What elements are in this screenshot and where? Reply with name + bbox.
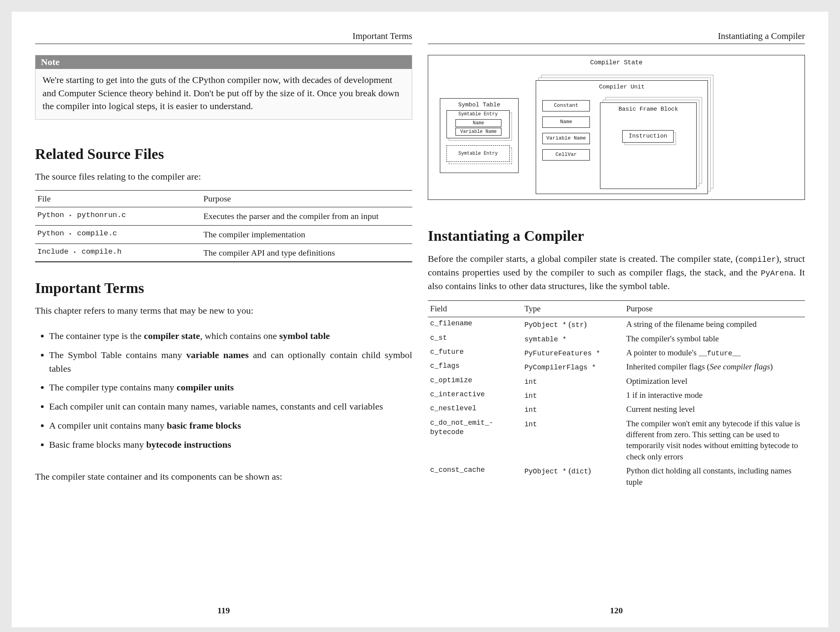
table-row: Include ▸ compile.hThe compiler API and … bbox=[35, 244, 412, 262]
symtable-entry-label2: Symtable Entry bbox=[447, 146, 509, 153]
field-cell: c_st bbox=[428, 332, 522, 346]
compiler-state-diagram: Compiler State Symbol Table Symtable Ent… bbox=[428, 55, 805, 200]
purpose-cell: The compiler API and type definitions bbox=[201, 244, 412, 262]
type-cell: int bbox=[522, 388, 624, 402]
purpose-cell: Current nesting level bbox=[624, 402, 805, 416]
symbol-table-label: Symbol Table bbox=[440, 102, 518, 108]
name-box2: Name bbox=[542, 117, 590, 128]
type-cell: int bbox=[522, 374, 624, 388]
name-box: Name bbox=[455, 119, 501, 127]
table-row: c_stsymtable *The compiler's symbol tabl… bbox=[428, 332, 805, 346]
table-row: c_nestlevelintCurrent nesting level bbox=[428, 402, 805, 416]
list-item: The compiler type contains many compiler… bbox=[49, 381, 412, 394]
symtable-entry-box: Symtable Entry Name Variable Name bbox=[446, 110, 510, 138]
cellvar-box: CellVar bbox=[542, 149, 590, 161]
page-left: Important Terms Note We're starting to g… bbox=[35, 31, 412, 616]
terms-lead: This chapter refers to many terms that m… bbox=[35, 304, 412, 318]
type-cell: int bbox=[522, 402, 624, 416]
field-cell: c_const_cache bbox=[428, 464, 522, 489]
diagram-title: Compiler State bbox=[428, 59, 805, 66]
basic-frame-block-box: Basic Frame Block Instruction bbox=[600, 102, 697, 189]
field-cell: c_future bbox=[428, 346, 522, 360]
symtable-entry-dashed: Symtable Entry bbox=[446, 145, 510, 162]
col-type: Type bbox=[522, 301, 624, 317]
table-row: Python ▸ compile.cThe compiler implement… bbox=[35, 226, 412, 244]
table-row: c_do_not_emit_-bytecodeintThe compiler w… bbox=[428, 417, 805, 464]
type-cell: PyObject * (str) bbox=[522, 317, 624, 332]
table-row: c_filenamePyObject * (str)A string of th… bbox=[428, 317, 805, 332]
field-cell: c_nestlevel bbox=[428, 402, 522, 416]
fields-table: Field Type Purpose c_filenamePyObject * … bbox=[428, 300, 805, 489]
running-header-right: Instantiating a Compiler bbox=[428, 31, 805, 44]
inst-c1: compiler bbox=[739, 255, 776, 264]
list-item: Each compiler unit can contain many name… bbox=[49, 400, 412, 413]
field-cell: c_interactive bbox=[428, 388, 522, 402]
instruction-box: Instruction bbox=[622, 130, 674, 143]
compiler-unit-label: Compiler Unit bbox=[536, 84, 708, 90]
page-number-left: 119 bbox=[35, 606, 412, 616]
file-cell: Python ▸ compile.c bbox=[35, 226, 201, 244]
running-header-left: Important Terms bbox=[35, 31, 412, 44]
compiler-unit-box: Compiler Unit Constant Name Variable Nam… bbox=[536, 80, 708, 194]
constant-box: Constant bbox=[542, 100, 590, 111]
terms-outro: The compiler state container and its com… bbox=[35, 470, 412, 484]
basic-frame-block-label: Basic Frame Block bbox=[600, 106, 696, 113]
heading-instantiating: Instantiating a Compiler bbox=[428, 227, 805, 244]
list-item: Basic frame blocks many bytecode instruc… bbox=[49, 438, 412, 452]
list-item: The Symbol Table contains many variable … bbox=[49, 348, 412, 376]
field-cell: c_optimize bbox=[428, 374, 522, 388]
purpose-cell: The compiler won't emit any bytecode if … bbox=[624, 417, 805, 464]
field-cell: c_filename bbox=[428, 317, 522, 332]
type-cell: int bbox=[522, 417, 624, 464]
note-body: We're starting to get into the guts of t… bbox=[35, 69, 412, 119]
purpose-cell: Python dict holding all constants, inclu… bbox=[624, 464, 805, 489]
type-cell: PyCompilerFlags * bbox=[522, 360, 624, 374]
list-item: A compiler unit contains many basic fram… bbox=[49, 419, 412, 433]
table-row: Python ▸ pythonrun.cExecutes the parser … bbox=[35, 207, 412, 226]
list-item: The container type is the compiler state… bbox=[49, 329, 412, 343]
type-cell: symtable * bbox=[522, 332, 624, 346]
purpose-cell: Optimization level bbox=[624, 374, 805, 388]
note-box: Note We're starting to get into the guts… bbox=[35, 55, 412, 120]
type-cell: PyObject * (dict) bbox=[522, 464, 624, 489]
table-row: c_optimizeintOptimization level bbox=[428, 374, 805, 388]
inst-para: Before the compiler starts, a global com… bbox=[428, 252, 805, 293]
table-row: c_interactiveint1 if in interactive mode bbox=[428, 388, 805, 402]
note-title: Note bbox=[35, 55, 412, 69]
purpose-cell: Executes the parser and the compiler fro… bbox=[201, 207, 412, 226]
table-row: c_futurePyFutureFeatures *A pointer to m… bbox=[428, 346, 805, 360]
header-text: Instantiating a Compiler bbox=[718, 31, 805, 41]
heading-important-terms: Important Terms bbox=[35, 279, 412, 297]
inst-p1: Before the compiler starts, a global com… bbox=[428, 254, 739, 264]
col-field: Field bbox=[428, 301, 522, 317]
inst-c2: PyArena bbox=[761, 269, 794, 278]
source-files-table: File Purpose Python ▸ pythonrun.cExecute… bbox=[35, 190, 412, 262]
purpose-cell: The compiler implementation bbox=[201, 226, 412, 244]
symtable-entry-label: Symtable Entry bbox=[447, 111, 509, 118]
file-cell: Include ▸ compile.h bbox=[35, 244, 201, 262]
table-row: c_flagsPyCompilerFlags *Inherited compil… bbox=[428, 360, 805, 374]
field-cell: c_do_not_emit_-bytecode bbox=[428, 417, 522, 464]
purpose-cell: Inherited compiler flags (See compiler f… bbox=[624, 360, 805, 374]
col-purpose2: Purpose bbox=[624, 301, 805, 317]
page-number-right: 120 bbox=[428, 606, 805, 616]
type-cell: PyFutureFeatures * bbox=[522, 346, 624, 360]
file-cell: Python ▸ pythonrun.c bbox=[35, 207, 201, 226]
header-text: Important Terms bbox=[353, 31, 412, 41]
col-purpose: Purpose bbox=[201, 191, 412, 207]
field-cell: c_flags bbox=[428, 360, 522, 374]
variable-name-box: Variable Name bbox=[455, 128, 501, 136]
purpose-cell: A string of the filename being compiled bbox=[624, 317, 805, 332]
purpose-cell: The compiler's symbol table bbox=[624, 332, 805, 346]
variable-name-box2: Variable Name bbox=[542, 133, 590, 144]
page-right: Instantiating a Compiler Compiler State … bbox=[428, 31, 805, 616]
purpose-cell: 1 if in interactive mode bbox=[624, 388, 805, 402]
symbol-table-box: Symbol Table Symtable Entry Name Variabl… bbox=[440, 98, 519, 173]
heading-related-source-files: Related Source Files bbox=[35, 145, 412, 162]
page-spread: Important Terms Note We're starting to g… bbox=[12, 12, 828, 627]
col-file: File bbox=[35, 191, 201, 207]
table-row: c_const_cachePyObject * (dict)Python dic… bbox=[428, 464, 805, 489]
terms-list: The container type is the compiler state… bbox=[35, 329, 412, 457]
related-lead: The source files relating to the compile… bbox=[35, 170, 412, 184]
purpose-cell: A pointer to module's __future__ bbox=[624, 346, 805, 360]
